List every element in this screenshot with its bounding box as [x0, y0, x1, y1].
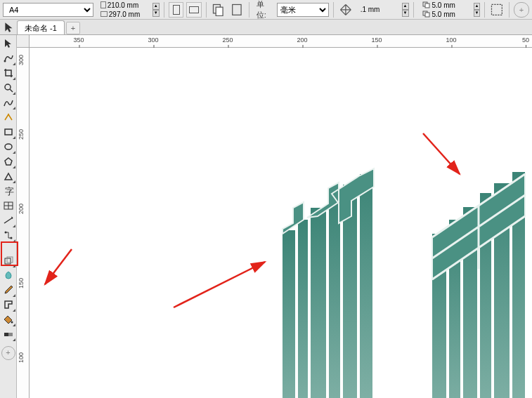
svg-rect-4 — [425, 4, 429, 8]
transparency-tool[interactable] — [1, 268, 15, 282]
options-plus-button[interactable]: + — [514, 2, 529, 18]
svg-marker-14 — [5, 158, 12, 165]
artwork-glyph-left — [268, 153, 388, 398]
svg-rect-7 — [492, 4, 502, 15]
height-icon — [100, 11, 108, 17]
svg-text:字: 字 — [5, 186, 14, 197]
svg-rect-23 — [7, 257, 13, 263]
apply-current-page-button[interactable] — [229, 2, 245, 18]
svg-line-39 — [45, 249, 72, 284]
dup-spinner[interactable]: ▲▼ — [474, 3, 481, 17]
ellipse-tool[interactable] — [1, 140, 15, 154]
ruler-h-tick: 50 — [522, 37, 529, 44]
ruler-v-tick: 250 — [18, 129, 25, 140]
orientation-landscape-button[interactable] — [186, 2, 202, 18]
toolbox-add-button[interactable]: + — [1, 346, 15, 360]
ruler-h-tick: 100 — [446, 37, 456, 44]
smart-draw-tool[interactable] — [1, 110, 15, 124]
interactive-fill-tool[interactable] — [1, 327, 15, 341]
unit-select[interactable]: 毫米 — [277, 3, 329, 17]
toolbox: 字+ — [0, 35, 17, 398]
property-bar: A4 ▲▼ 单位: 毫米 ▲▼ — [0, 0, 532, 20]
nudge-spinner[interactable]: ▲▼ — [402, 3, 409, 17]
freehand-tool[interactable] — [1, 95, 15, 110]
table-tool[interactable] — [1, 199, 15, 213]
nudge-input[interactable] — [361, 6, 399, 14]
add-tab-button[interactable]: + — [66, 22, 80, 34]
dup-y-input[interactable] — [432, 10, 471, 18]
ruler-v-tick: 100 — [18, 352, 25, 363]
rectangle-tool[interactable] — [1, 125, 15, 139]
svg-point-9 — [5, 84, 11, 90]
svg-rect-27 — [283, 230, 295, 398]
drawing-canvas[interactable] — [30, 48, 532, 398]
page-size-select[interactable]: A4 — [3, 3, 93, 17]
ruler-h-tick: 250 — [222, 37, 233, 44]
ruler-v-tick: 150 — [18, 278, 25, 288]
page-dim-spinner[interactable]: ▲▼ — [153, 3, 160, 17]
ruler-origin[interactable] — [17, 35, 30, 48]
fill-tool[interactable] — [1, 312, 15, 326]
dimension-tool[interactable] — [1, 213, 15, 227]
orientation-portrait-button[interactable] — [169, 2, 184, 18]
svg-line-40 — [174, 262, 265, 307]
document-tab[interactable]: 未命名 -1 — [17, 20, 65, 34]
ruler-h-tick: 200 — [297, 37, 307, 44]
horizontal-ruler[interactable]: 35030025020015010050 — [30, 35, 532, 48]
svg-point-13 — [5, 144, 12, 150]
ruler-h-tick: 350 — [73, 37, 84, 44]
ruler-h-tick: 300 — [148, 37, 158, 44]
dup-x-icon — [422, 1, 431, 8]
width-icon — [100, 1, 106, 8]
dup-y-icon — [422, 11, 431, 18]
apply-all-pages-button[interactable] — [211, 2, 226, 18]
svg-rect-12 — [5, 129, 12, 135]
text-tool[interactable]: 字 — [1, 184, 15, 198]
svg-rect-6 — [425, 13, 429, 17]
pick-tool[interactable] — [1, 37, 15, 51]
artwork-glyph-right — [420, 150, 532, 398]
polygon-tool[interactable] — [1, 154, 15, 168]
outline-tool[interactable] — [1, 298, 15, 312]
document-tab-strip: 未命名 -1 + — [0, 20, 532, 35]
dup-x-input[interactable] — [432, 1, 471, 9]
duplicate-distance — [422, 1, 471, 18]
svg-rect-30 — [329, 195, 340, 398]
shape-tool[interactable] — [1, 51, 15, 65]
ruler-h-tick: 150 — [371, 37, 382, 44]
basic-shapes-tool[interactable] — [1, 169, 15, 183]
effects-tool[interactable] — [1, 253, 15, 267]
svg-rect-29 — [311, 208, 326, 398]
ruler-v-tick: 300 — [18, 55, 25, 65]
svg-rect-32 — [360, 174, 372, 398]
page-height-input[interactable] — [109, 10, 150, 18]
ruler-v-tick: 200 — [18, 204, 25, 214]
crop-tool[interactable] — [1, 66, 15, 80]
page-dimensions — [100, 1, 150, 18]
treat-as-filled-button[interactable] — [489, 2, 505, 18]
nudge-icon — [338, 2, 353, 18]
svg-rect-2 — [233, 4, 241, 15]
page-width-input[interactable] — [108, 1, 148, 9]
svg-point-11 — [8, 114, 9, 115]
vertical-ruler[interactable]: 300250200150100 — [17, 48, 30, 398]
eyedropper-tool[interactable] — [1, 283, 15, 297]
svg-rect-22 — [5, 258, 11, 264]
svg-rect-26 — [4, 333, 8, 336]
svg-point-8 — [4, 60, 6, 62]
svg-rect-1 — [216, 7, 223, 15]
svg-line-19 — [4, 218, 13, 223]
svg-rect-28 — [298, 220, 308, 398]
pick-tool-corner-icon[interactable] — [3, 21, 15, 34]
unit-label: 单位: — [257, 0, 274, 20]
zoom-tool[interactable] — [1, 81, 15, 95]
workspace: 35030025020015010050 300250200150100 — [17, 35, 532, 398]
connector-tool[interactable] — [1, 228, 15, 242]
